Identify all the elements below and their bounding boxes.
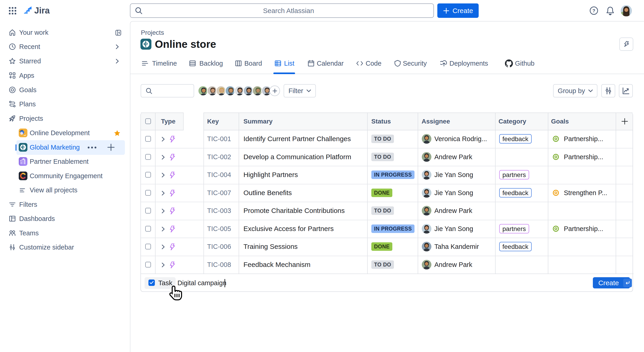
svg-text:?: ? xyxy=(592,8,595,13)
